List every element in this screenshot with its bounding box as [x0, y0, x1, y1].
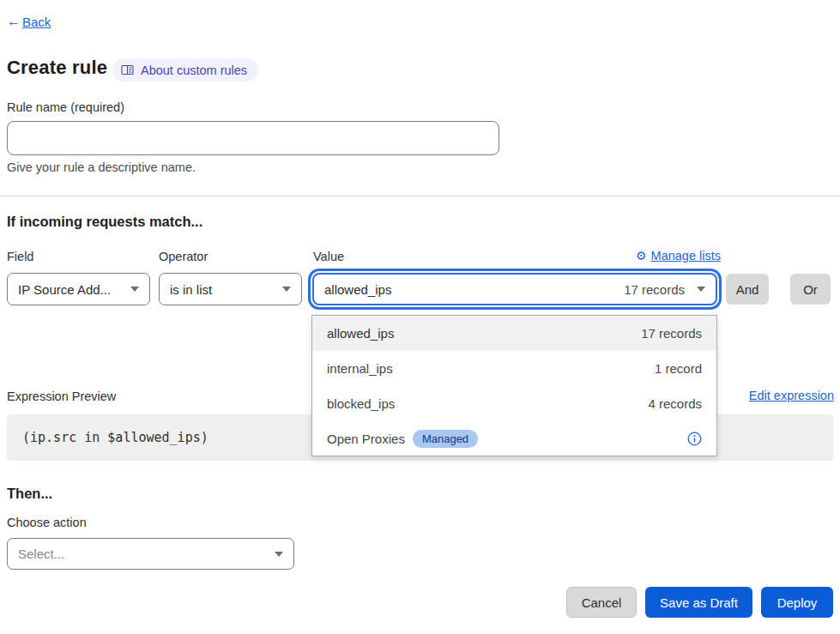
back-link[interactable]: ←Back	[7, 14, 51, 29]
save-as-draft-button[interactable]: Save as Draft	[645, 587, 752, 618]
then-section-heading: Then...	[7, 486, 52, 502]
rule-name-input[interactable]	[7, 121, 499, 155]
expression-preview-label: Expression Preview	[7, 389, 116, 403]
rule-name-helper-text: Give your rule a descriptive name.	[7, 160, 196, 174]
dropdown-option-name: internal_ips	[327, 361, 393, 376]
chevron-down-icon	[282, 287, 291, 292]
chevron-down-icon	[697, 287, 705, 292]
dropdown-option-records: 4 records	[648, 396, 702, 411]
value-select-records: 17 records	[624, 282, 697, 297]
field-select[interactable]: IP Source Add...	[7, 273, 150, 305]
managed-badge: Managed	[413, 430, 478, 448]
choose-action-label: Choose action	[7, 516, 87, 529]
book-icon	[121, 64, 134, 75]
and-button[interactable]: And	[726, 274, 769, 305]
cancel-button[interactable]: Cancel	[566, 587, 637, 618]
dropdown-option-name: allowed_ips	[327, 326, 394, 341]
dropdown-option-internal-ips[interactable]: internal_ips 1 record	[312, 351, 716, 386]
page-title: Create rule	[7, 57, 107, 79]
operator-label: Operator	[159, 250, 208, 263]
action-select-placeholder: Select...	[18, 546, 64, 561]
edit-expression-link[interactable]: Edit expression	[749, 389, 834, 402]
dropdown-option-records: 1 record	[655, 361, 702, 376]
manage-lists-label: Manage lists	[651, 249, 721, 263]
chevron-down-icon	[130, 287, 139, 292]
chevron-down-icon	[275, 552, 283, 557]
back-arrow-icon: ←	[7, 14, 21, 29]
value-label: Value	[313, 250, 344, 263]
manage-lists-link[interactable]: ⚙ Manage lists	[624, 249, 721, 263]
or-button[interactable]: Or	[790, 274, 831, 305]
field-select-value: IP Source Add...	[18, 282, 111, 297]
gear-icon: ⚙	[636, 249, 647, 263]
field-label: Field	[7, 250, 33, 263]
dropdown-option-name: blocked_ips	[327, 396, 395, 411]
dropdown-option-records: 17 records	[641, 326, 702, 341]
rule-name-label: Rule name (required)	[7, 100, 124, 114]
section-divider	[0, 196, 840, 196]
expression-code: (ip.src in $allowed_ips)	[22, 430, 208, 445]
match-section-heading: If incoming requests match...	[7, 214, 202, 230]
list-dropdown-panel: allowed_ips 17 records internal_ips 1 re…	[311, 315, 717, 456]
about-custom-rules-link[interactable]: About custom rules	[112, 58, 258, 82]
value-select[interactable]: allowed_ips 17 records	[312, 273, 717, 305]
dropdown-option-allowed-ips[interactable]: allowed_ips 17 records	[312, 316, 716, 351]
dropdown-option-open-proxies[interactable]: Open Proxies Managed	[312, 421, 716, 456]
dropdown-option-name: Open Proxies	[327, 432, 405, 446]
value-select-value: allowed_ips	[324, 282, 391, 297]
deploy-button[interactable]: Deploy	[761, 587, 833, 618]
action-select[interactable]: Select...	[7, 538, 294, 570]
back-link-label: Back	[22, 15, 51, 29]
info-icon[interactable]	[687, 432, 702, 446]
operator-select[interactable]: is in list	[159, 273, 302, 305]
dropdown-option-blocked-ips[interactable]: blocked_ips 4 records	[312, 386, 716, 421]
operator-select-value: is in list	[170, 282, 212, 297]
about-custom-rules-label: About custom rules	[141, 63, 247, 77]
